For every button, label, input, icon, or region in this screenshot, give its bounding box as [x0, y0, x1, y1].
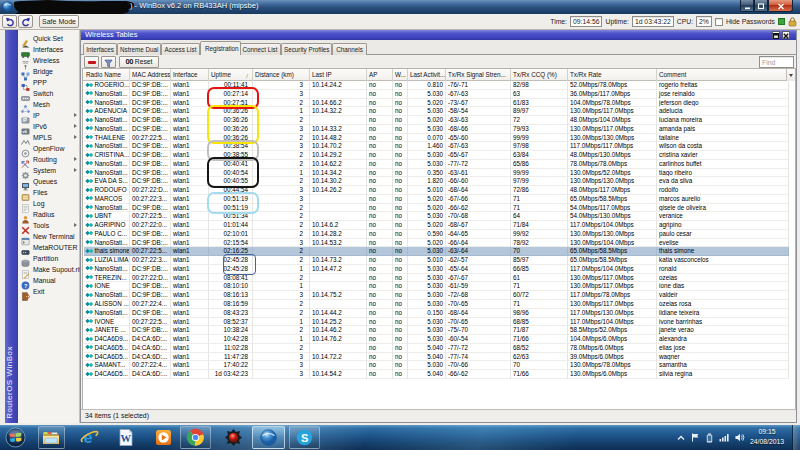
sidebar-item-new-terminal[interactable]: New Terminal — [18, 231, 79, 242]
sidebar-item-routing[interactable]: Routing — [18, 154, 79, 165]
table-row[interactable]: NanoStati...DC:9F:DB:...wlan100:36:26310… — [83, 125, 795, 134]
column-header-ap[interactable]: AP — [367, 69, 393, 81]
column-header-interface[interactable]: Interface — [171, 69, 209, 81]
redo-button[interactable] — [18, 15, 33, 28]
sidebar-item-tools[interactable]: Tools — [18, 220, 79, 231]
gear-app-taskbar-icon[interactable] — [224, 428, 243, 447]
table-row[interactable]: thais simone00:27:22:5...wlan102:16:252n… — [83, 247, 795, 256]
sidebar-item-openflow[interactable]: OpenFlow — [18, 143, 79, 154]
sidebar-item-manual[interactable]: ?Manual — [18, 275, 79, 286]
sidebar-item-wireless[interactable]: Wireless — [18, 55, 79, 66]
sidebar-item-partition[interactable]: Partition — [18, 253, 79, 264]
tab-channels[interactable]: Channels — [332, 43, 367, 55]
skype-taskbar-icon[interactable]: S — [295, 428, 314, 447]
table-row[interactable]: NanoStati...DC:9F:DB:...wlan100:40:41210… — [83, 160, 795, 169]
taskbar-clock[interactable]: 09:15 24/08/2013 — [746, 427, 788, 447]
sidebar-item-system[interactable]: System — [18, 165, 79, 176]
sidebar-item-queues[interactable]: Queues — [18, 176, 79, 187]
table-row[interactable]: AGRIPINO00:27:22:0...wlan101:01:44210.14… — [83, 221, 795, 230]
tab-security-profiles[interactable]: Security Profiles — [281, 43, 332, 55]
minimize-button[interactable] — [740, 0, 754, 12]
dock-window-button[interactable] — [772, 31, 780, 39]
table-row[interactable]: JANETE ...DC:9F:DB:...wlan110:38:24210.1… — [83, 326, 795, 335]
sidebar-item-interfaces[interactable]: Interfaces — [18, 44, 79, 55]
sidebar-item-log[interactable]: Log — [18, 198, 79, 209]
tab-interfaces[interactable]: Interfaces — [83, 43, 117, 55]
sidebar-item-exit[interactable]: Exit — [18, 286, 79, 297]
table-row[interactable]: IONEDC:9F:DB:...wlan108:10:101nono5.030-… — [83, 282, 795, 291]
chrome-taskbar-icon[interactable] — [186, 428, 205, 447]
table-row[interactable]: PAULO C...DC:9F:DB:...wlan102:10:01210.1… — [83, 230, 795, 239]
find-input[interactable] — [759, 56, 794, 68]
table-row[interactable]: NanoStati...DC:9F:DB:...wlan100:38:54310… — [83, 142, 795, 151]
media-player-taskbar-icon[interactable] — [154, 428, 173, 447]
sidebar-item-mesh[interactable]: Mesh — [18, 99, 79, 110]
table-row[interactable]: MARCOS00:27:22:3...wlan100:51:193nono5.0… — [83, 195, 795, 204]
hidden-icons-button[interactable] — [677, 435, 685, 441]
table-row[interactable]: THAILENE00:27:22:5...wlan100:36:26210.14… — [83, 134, 795, 143]
table-row[interactable]: NanoStati...DC:9F:DB:...wlan102:45:28110… — [83, 265, 795, 274]
table-row[interactable]: IVONE00:27:22:5...wlan108:52:37110.14.25… — [83, 318, 795, 327]
column-header-last-ip[interactable]: Last IP — [310, 69, 367, 81]
battery-icon[interactable] — [706, 433, 713, 443]
tab-registration[interactable]: Registration — [200, 41, 241, 55]
table-row[interactable]: UBNT00:27:22:5...wlan100:51:342nono5.030… — [83, 212, 795, 221]
table-row[interactable]: SAMANT...00:27:22:4...wlan117:40:223nono… — [83, 361, 795, 370]
column-header-distance-km-[interactable]: Distance (km) — [253, 69, 310, 81]
column-header-tx-rx-rate[interactable]: Tx/Rx Rate — [568, 69, 657, 81]
column-header-mac-address[interactable]: MAC Address — [130, 69, 171, 81]
table-row[interactable]: D4CA6D5...D4:CA:6D:...wlan111:02:282nono… — [83, 344, 795, 353]
table-row[interactable]: D4CA6D9...D4:CA:6D:...wlan110:42:28110.1… — [83, 335, 795, 344]
explorer-taskbar-icon[interactable] — [42, 428, 61, 447]
network-signal-icon[interactable] — [719, 433, 729, 442]
sidebar-item-make-supout-rif[interactable]: Make Supout.rif — [18, 264, 79, 275]
sidebar-item-switch[interactable]: Switch — [18, 88, 79, 99]
table-row[interactable]: ADENUCIADC:9F:DB:...wlan100:36:26110.14.… — [83, 107, 795, 116]
column-picker-button[interactable] — [786, 69, 795, 81]
table-row[interactable]: D4CA6D5...D4:CA:6D:...wlan11d 03:42:2331… — [83, 370, 795, 379]
reset-button[interactable]: 00 Reset — [119, 56, 159, 68]
column-header-last-activit-[interactable]: Last Activit... — [408, 69, 446, 81]
table-row[interactable]: CRISTINA...DC:9F:DB:...wlan100:38:55210.… — [83, 151, 795, 160]
hide-passwords-checkbox[interactable] — [715, 18, 723, 26]
tab-connect-list[interactable]: Connect List — [239, 43, 281, 55]
table-row[interactable]: ROGERIO...DC:9F:DB:...wlan100:11:41310.1… — [83, 81, 795, 90]
table-row[interactable]: LUZIA LIMA00:27:22:3...wlan102:45:28210.… — [83, 256, 795, 265]
table-row[interactable]: RODOUFO00:27:22:D...wlan100:44:54310.14.… — [83, 186, 795, 195]
tab-nstreme-dual[interactable]: Nstreme Dual — [117, 43, 161, 55]
table-row[interactable]: TEREZIN...00:27:22:D...wlan108:08:412non… — [83, 274, 795, 283]
undo-button[interactable] — [2, 15, 17, 28]
table-row[interactable]: D4CA6D5...D4:CA:6D:...wlan111:47:28310.1… — [83, 353, 795, 362]
tab-access-list[interactable]: Access List — [161, 43, 200, 55]
sidebar-item-bridge[interactable]: Bridge — [18, 66, 79, 77]
table-row[interactable]: EVA DA S...DC:9F:DB:...wlan100:40:55210.… — [83, 177, 795, 186]
sidebar-item-quick-set[interactable]: Quick Set — [18, 33, 79, 44]
column-header-radio-name[interactable]: Radio Name — [84, 69, 130, 81]
table-row[interactable]: NanoStati...DC:9F:DB:...wlan102:15:54310… — [83, 239, 795, 248]
filter-button[interactable] — [101, 56, 116, 68]
sidebar-item-metarouter[interactable]: MetaROUTER — [18, 242, 79, 253]
close-button[interactable] — [768, 0, 793, 12]
table-row[interactable]: NanoStati...DC:9F:DB:...wlan100:51:192no… — [83, 204, 795, 213]
table-row[interactable]: ALISSON ...00:27:22:4...wlan108:16:592no… — [83, 300, 795, 309]
table-row[interactable]: NanoStati...DC:9F:DB:...wlan108:43:23210… — [83, 309, 795, 318]
column-header-tx-rx-ccq-[interactable]: Tx/Rx CCQ (%) — [511, 69, 568, 81]
column-header-tx-rx-signal-stren-[interactable]: Tx/Rx Signal Stren... — [446, 69, 511, 81]
volume-icon[interactable] — [735, 433, 745, 442]
table-row[interactable]: NanoStati...DC:9F:DB:...wlan108:16:13310… — [83, 291, 795, 300]
sidebar-item-ip[interactable]: IPIP — [18, 110, 79, 121]
column-header-uptime[interactable]: Uptime/ — [209, 69, 253, 81]
action-center-flag-icon[interactable] — [691, 433, 700, 442]
sidebar-item-ipv6[interactable]: v6IPv6 — [18, 121, 79, 132]
close-window-button[interactable] — [782, 31, 790, 39]
remove-button[interactable] — [84, 56, 99, 68]
winbox-taskbar-icon[interactable] — [259, 428, 278, 447]
internet-explorer-taskbar-icon[interactable]: e — [80, 428, 99, 447]
column-header-comment[interactable]: Comment — [657, 69, 789, 81]
app-titlebar[interactable]: ) - WinBox v6.2 on RB433AH (mipsbe) — [0, 0, 800, 14]
word-taskbar-icon[interactable]: W — [116, 428, 135, 447]
wireless-tables-titlebar[interactable]: Wireless Tables — [81, 30, 796, 40]
table-row[interactable]: NanoStati...DC:9F:DB:...wlan100:27:51210… — [83, 99, 795, 108]
table-row[interactable]: NanoStati...DC:9F:DB:...wlan100:40:54110… — [83, 169, 795, 178]
column-header-w-[interactable]: W... — [393, 69, 408, 81]
